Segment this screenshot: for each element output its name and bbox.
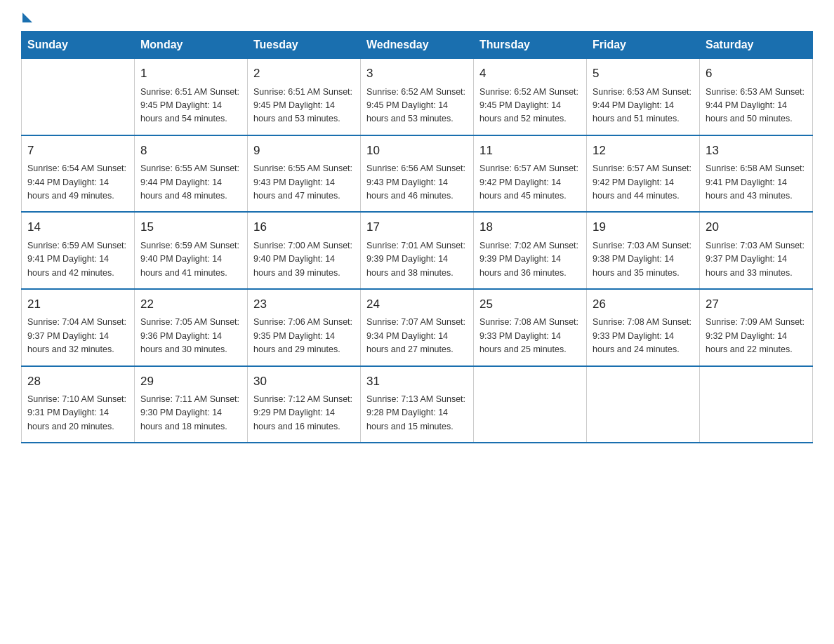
day-info: Sunrise: 7:06 AM Sunset: 9:35 PM Dayligh… (253, 316, 355, 356)
calendar-cell: 24Sunrise: 7:07 AM Sunset: 9:34 PM Dayli… (361, 289, 474, 366)
calendar-cell: 30Sunrise: 7:12 AM Sunset: 9:29 PM Dayli… (248, 366, 361, 443)
day-number: 19 (593, 218, 694, 236)
calendar-cell: 2Sunrise: 6:51 AM Sunset: 9:45 PM Daylig… (248, 59, 361, 135)
day-info: Sunrise: 7:04 AM Sunset: 9:37 PM Dayligh… (27, 316, 128, 356)
calendar-cell: 26Sunrise: 7:08 AM Sunset: 9:33 PM Dayli… (587, 289, 700, 366)
day-number: 5 (593, 65, 694, 83)
calendar-cell: 9Sunrise: 6:55 AM Sunset: 9:43 PM Daylig… (248, 135, 361, 213)
day-number: 15 (140, 218, 241, 236)
day-info: Sunrise: 7:12 AM Sunset: 9:29 PM Dayligh… (253, 393, 355, 434)
calendar-cell: 16Sunrise: 7:00 AM Sunset: 9:40 PM Dayli… (248, 212, 361, 289)
day-number: 18 (479, 218, 581, 236)
calendar-cell: 18Sunrise: 7:02 AM Sunset: 9:39 PM Dayli… (474, 212, 587, 289)
logo-triangle-icon (22, 13, 32, 22)
day-number: 7 (27, 142, 128, 160)
day-info: Sunrise: 7:02 AM Sunset: 9:39 PM Dayligh… (479, 239, 581, 280)
calendar-cell: 8Sunrise: 6:55 AM Sunset: 9:44 PM Daylig… (135, 135, 248, 213)
page-header (21, 14, 813, 24)
day-number: 4 (479, 65, 581, 83)
calendar-cell: 6Sunrise: 6:53 AM Sunset: 9:44 PM Daylig… (700, 59, 813, 135)
day-number: 10 (366, 142, 468, 160)
calendar-week-row: 7Sunrise: 6:54 AM Sunset: 9:44 PM Daylig… (22, 135, 813, 213)
day-number: 22 (140, 295, 241, 314)
calendar-day-header-sunday: Sunday (22, 32, 135, 59)
day-info: Sunrise: 7:08 AM Sunset: 9:33 PM Dayligh… (479, 316, 581, 356)
day-number: 30 (253, 373, 355, 391)
calendar-cell: 22Sunrise: 7:05 AM Sunset: 9:36 PM Dayli… (135, 289, 248, 366)
calendar-week-row: 21Sunrise: 7:04 AM Sunset: 9:37 PM Dayli… (22, 289, 813, 366)
day-number: 23 (253, 295, 355, 314)
calendar-cell: 12Sunrise: 6:57 AM Sunset: 9:42 PM Dayli… (587, 135, 700, 213)
day-info: Sunrise: 6:55 AM Sunset: 9:44 PM Dayligh… (140, 162, 241, 203)
day-number: 20 (706, 218, 807, 236)
calendar-cell: 5Sunrise: 6:53 AM Sunset: 9:44 PM Daylig… (587, 59, 700, 135)
day-info: Sunrise: 6:51 AM Sunset: 9:45 PM Dayligh… (253, 86, 355, 126)
day-number: 27 (706, 295, 807, 314)
day-number: 11 (479, 142, 581, 160)
day-info: Sunrise: 6:57 AM Sunset: 9:42 PM Dayligh… (593, 162, 694, 203)
day-number: 8 (140, 142, 241, 160)
day-number: 3 (366, 65, 468, 83)
day-info: Sunrise: 6:53 AM Sunset: 9:44 PM Dayligh… (706, 86, 807, 126)
day-number: 9 (253, 142, 355, 160)
calendar-day-header-saturday: Saturday (700, 32, 813, 59)
day-number: 26 (593, 295, 694, 314)
day-number: 24 (366, 295, 468, 314)
calendar-day-header-wednesday: Wednesday (361, 32, 474, 59)
day-info: Sunrise: 6:52 AM Sunset: 9:45 PM Dayligh… (366, 86, 468, 126)
day-number: 2 (253, 65, 355, 83)
calendar-header: SundayMondayTuesdayWednesdayThursdayFrid… (22, 32, 813, 59)
day-info: Sunrise: 7:13 AM Sunset: 9:28 PM Dayligh… (366, 393, 468, 434)
calendar-cell: 13Sunrise: 6:58 AM Sunset: 9:41 PM Dayli… (700, 135, 813, 213)
calendar-week-row: 28Sunrise: 7:10 AM Sunset: 9:31 PM Dayli… (22, 366, 813, 443)
calendar-week-row: 14Sunrise: 6:59 AM Sunset: 9:41 PM Dayli… (22, 212, 813, 289)
day-number: 16 (253, 218, 355, 236)
calendar-cell: 25Sunrise: 7:08 AM Sunset: 9:33 PM Dayli… (474, 289, 587, 366)
day-info: Sunrise: 6:59 AM Sunset: 9:41 PM Dayligh… (27, 239, 128, 280)
calendar-cell (587, 366, 700, 443)
calendar-cell: 27Sunrise: 7:09 AM Sunset: 9:32 PM Dayli… (700, 289, 813, 366)
calendar-week-row: 1Sunrise: 6:51 AM Sunset: 9:45 PM Daylig… (22, 59, 813, 135)
day-number: 13 (706, 142, 807, 160)
day-number: 25 (479, 295, 581, 314)
day-number: 31 (366, 373, 468, 391)
calendar-cell (700, 366, 813, 443)
calendar-cell: 23Sunrise: 7:06 AM Sunset: 9:35 PM Dayli… (248, 289, 361, 366)
day-info: Sunrise: 6:58 AM Sunset: 9:41 PM Dayligh… (706, 162, 807, 203)
calendar-cell: 11Sunrise: 6:57 AM Sunset: 9:42 PM Dayli… (474, 135, 587, 213)
day-info: Sunrise: 6:52 AM Sunset: 9:45 PM Dayligh… (479, 86, 581, 126)
calendar-day-header-monday: Monday (135, 32, 248, 59)
day-info: Sunrise: 6:53 AM Sunset: 9:44 PM Dayligh… (593, 86, 694, 126)
day-info: Sunrise: 7:00 AM Sunset: 9:40 PM Dayligh… (253, 239, 355, 280)
calendar-cell: 20Sunrise: 7:03 AM Sunset: 9:37 PM Dayli… (700, 212, 813, 289)
day-number: 29 (140, 373, 241, 391)
calendar-day-header-thursday: Thursday (474, 32, 587, 59)
calendar-day-header-tuesday: Tuesday (248, 32, 361, 59)
calendar-cell: 15Sunrise: 6:59 AM Sunset: 9:40 PM Dayli… (135, 212, 248, 289)
calendar-cell: 31Sunrise: 7:13 AM Sunset: 9:28 PM Dayli… (361, 366, 474, 443)
calendar-cell: 3Sunrise: 6:52 AM Sunset: 9:45 PM Daylig… (361, 59, 474, 135)
calendar-cell (474, 366, 587, 443)
day-number: 1 (140, 65, 241, 83)
day-number: 28 (27, 373, 128, 391)
calendar-cell: 17Sunrise: 7:01 AM Sunset: 9:39 PM Dayli… (361, 212, 474, 289)
day-info: Sunrise: 7:03 AM Sunset: 9:38 PM Dayligh… (593, 239, 694, 280)
logo (21, 14, 32, 24)
calendar-cell: 1Sunrise: 6:51 AM Sunset: 9:45 PM Daylig… (135, 59, 248, 135)
calendar-cell: 7Sunrise: 6:54 AM Sunset: 9:44 PM Daylig… (22, 135, 135, 213)
day-info: Sunrise: 7:08 AM Sunset: 9:33 PM Dayligh… (593, 316, 694, 356)
day-number: 17 (366, 218, 468, 236)
day-number: 6 (706, 65, 807, 83)
calendar-cell: 29Sunrise: 7:11 AM Sunset: 9:30 PM Dayli… (135, 366, 248, 443)
day-info: Sunrise: 7:01 AM Sunset: 9:39 PM Dayligh… (366, 239, 468, 280)
calendar-cell: 19Sunrise: 7:03 AM Sunset: 9:38 PM Dayli… (587, 212, 700, 289)
day-number: 21 (27, 295, 128, 314)
day-info: Sunrise: 7:09 AM Sunset: 9:32 PM Dayligh… (706, 316, 807, 356)
day-info: Sunrise: 7:05 AM Sunset: 9:36 PM Dayligh… (140, 316, 241, 356)
calendar-day-header-friday: Friday (587, 32, 700, 59)
day-info: Sunrise: 7:03 AM Sunset: 9:37 PM Dayligh… (706, 239, 807, 280)
day-number: 12 (593, 142, 694, 160)
calendar-cell: 10Sunrise: 6:56 AM Sunset: 9:43 PM Dayli… (361, 135, 474, 213)
day-info: Sunrise: 6:56 AM Sunset: 9:43 PM Dayligh… (366, 162, 468, 203)
day-info: Sunrise: 6:59 AM Sunset: 9:40 PM Dayligh… (140, 239, 241, 280)
